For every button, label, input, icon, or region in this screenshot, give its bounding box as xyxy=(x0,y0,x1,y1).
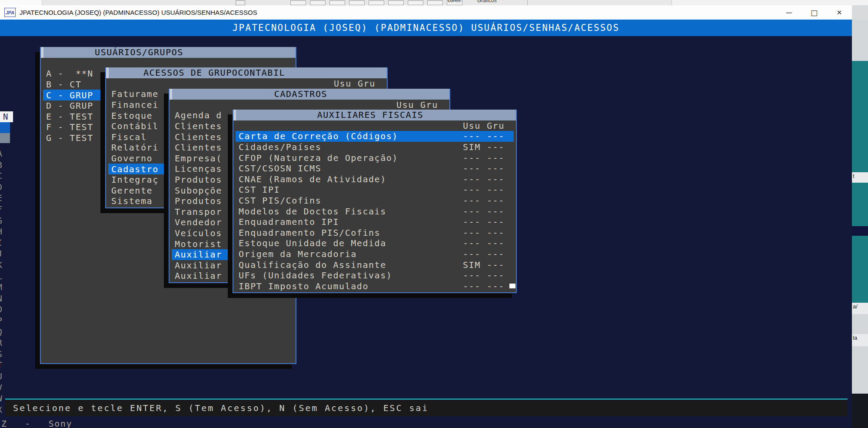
menu-item-label: Financei xyxy=(108,100,159,110)
menu-item-label: G - TEST xyxy=(43,133,93,143)
toolbar-divider xyxy=(527,0,528,5)
menu-item-auxiliares-fiscais-11[interactable]: Origem da Mercadoria------ xyxy=(236,249,514,260)
background-letter: F xyxy=(0,204,2,214)
menu-item-auxiliares-fiscais-4[interactable]: CNAE (Ramos de Atividade)------ xyxy=(236,174,514,185)
menu-item-label: Auxiliar xyxy=(172,249,222,260)
menu-item-label: Agenda d xyxy=(172,110,222,120)
menu-item-label: Auxiliar xyxy=(172,271,222,281)
background-letter: S xyxy=(0,349,2,359)
background-mini-white-block: N xyxy=(0,111,13,122)
menu-item-label: UFs (Unidades Federativas) xyxy=(236,270,392,281)
toolbar-box xyxy=(349,0,365,5)
toolbar-box xyxy=(369,0,384,5)
menu-item-auxiliares-fiscais-3[interactable]: CST/CSOSN ICMS------ xyxy=(236,163,514,174)
menu-item-auxiliares-fiscais-8[interactable]: Enquadramento IPI------ xyxy=(236,217,514,227)
menu-item-label: Produtos xyxy=(172,174,222,185)
background-letter: T xyxy=(0,360,2,370)
gru-value: --- xyxy=(487,281,505,291)
toolbar-box xyxy=(388,0,404,5)
sliver-gray-bottom xyxy=(852,346,868,394)
menu-item-auxiliares-fiscais-0[interactable]: Carta de Correção (Códigos)------ xyxy=(236,131,514,142)
sliver-titlebar xyxy=(852,5,868,20)
gru-value: --- xyxy=(487,131,505,141)
menu-item-label: Enquadramento IPI xyxy=(236,217,339,227)
background-toolbar-right xyxy=(672,0,868,5)
sliver-white-2: a/ xyxy=(852,303,868,314)
menu-item-label: Modelos de Doctos Fiscais xyxy=(236,206,386,217)
menu-item-label: B - CT xyxy=(43,79,82,90)
menu-item-label: Estoque Unidade de Medida xyxy=(236,238,386,248)
background-letter: W xyxy=(0,393,2,404)
close-button[interactable]: ✕ xyxy=(827,5,852,20)
background-letter: B xyxy=(0,160,2,170)
menu-item-label: CST IPI xyxy=(236,184,280,195)
usu-value: --- xyxy=(463,217,481,227)
menu-item-label: Vendedor xyxy=(172,217,222,227)
menu-item-auxiliares-fiscais-13[interactable]: UFs (Unidades Federativas)------ xyxy=(236,270,514,281)
usu-gru-header-auxiliares-fiscais: UsuGru xyxy=(236,120,514,131)
usu-value: --- xyxy=(463,238,481,248)
gru-value: --- xyxy=(487,153,505,163)
minimize-button[interactable]: — xyxy=(776,5,801,20)
menu-item-auxiliares-fiscais-1[interactable]: Cidades/PaísesSIM--- xyxy=(236,142,514,153)
background-text-fragment-left: cores xyxy=(448,0,460,3)
menu-item-label: CFOP (Natureza de Operação) xyxy=(236,153,398,163)
background-letter: C xyxy=(0,171,2,181)
menu-item-label: Relatóri xyxy=(108,142,159,153)
background-letter: Q xyxy=(0,327,2,337)
window-title-acessos-de-grupocontabil: ACESSOS DE GRUPOCONTABIL xyxy=(106,67,387,78)
usu-gru-header-acessos-de-grupocontabil: UsuGru xyxy=(108,78,385,89)
usu-value: --- xyxy=(463,281,481,291)
usu-value: --- xyxy=(463,195,481,206)
toolbar-box xyxy=(310,0,326,5)
background-app-sliver: t a/ la xyxy=(852,5,868,428)
status-bar: Selecione e tecle ENTER, S (Tem Acesso),… xyxy=(5,400,848,416)
usu-value: --- xyxy=(463,270,481,281)
menu-item-auxiliares-fiscais-9[interactable]: Enquadramento PIS/Cofins------ xyxy=(236,227,514,238)
menu-item-label: Carta de Correção (Códigos) xyxy=(236,131,398,141)
menu-item-auxiliares-fiscais-10[interactable]: Estoque Unidade de Medida------ xyxy=(236,238,514,249)
sliver-dark-bottom xyxy=(852,394,868,428)
gru-value: --- xyxy=(487,206,505,217)
gru-value: --- xyxy=(487,195,505,206)
background-letter: R xyxy=(0,338,2,348)
app-icon-text: JPA xyxy=(6,10,15,15)
gru-column-header: Gru xyxy=(420,100,438,110)
usu-value: --- xyxy=(463,153,481,163)
menu-item-label: Estoque xyxy=(108,110,153,121)
usu-value: --- xyxy=(463,227,481,238)
maximize-button[interactable]: □ xyxy=(801,5,827,20)
menu-item-auxiliares-fiscais-5[interactable]: CST IPI------ xyxy=(236,184,514,195)
blank-row xyxy=(41,58,296,69)
menu-item-auxiliares-fiscais-7[interactable]: Modelos de Doctos Fiscais------ xyxy=(236,206,514,217)
gru-value: --- xyxy=(487,184,505,195)
sliver-gray-top xyxy=(852,20,868,61)
gru-column-header: Gru xyxy=(358,78,376,89)
sliver-fragment-1: t xyxy=(853,173,855,179)
separator-line xyxy=(5,398,848,400)
background-letter: D xyxy=(0,182,2,192)
background-letter: O xyxy=(0,304,2,314)
background-letter: A xyxy=(0,148,2,159)
menu-item-auxiliares-fiscais-2[interactable]: CFOP (Natureza de Operação)------ xyxy=(236,152,514,163)
background-toolbar-minibox xyxy=(236,0,245,5)
app-icon: JPA xyxy=(4,8,16,17)
background-letter: I xyxy=(0,237,2,248)
menu-item-auxiliares-fiscais-14[interactable]: IBPT Imposto Acumulado------ xyxy=(236,281,514,292)
menu-item-auxiliares-fiscais-12[interactable]: Qualificação do AssinanteSIM--- xyxy=(236,259,514,270)
background-toolbar-strip: cores Gráficos xyxy=(0,0,868,5)
background-letter: M xyxy=(0,282,2,292)
gru-value: --- xyxy=(487,174,505,184)
menu-item-label: Sistema xyxy=(108,196,153,206)
sliver-teal-1 xyxy=(852,61,868,172)
background-mini-blue-block xyxy=(0,122,10,133)
usu-gru-header-cadastros: UsuGru xyxy=(172,100,447,110)
sliver-white-1: t xyxy=(852,172,868,183)
menu-item-label: Contábil xyxy=(108,121,159,131)
background-letter: X xyxy=(0,405,2,415)
menu-item-label: Governo xyxy=(108,153,153,164)
menu-item-label: Qualificação do Assinante xyxy=(236,260,386,270)
window-title-cadastros: CADASTROS xyxy=(170,89,449,100)
menu-item-auxiliares-fiscais-6[interactable]: CST PIS/Cofins------ xyxy=(236,195,514,206)
usu-value: --- xyxy=(463,131,481,141)
